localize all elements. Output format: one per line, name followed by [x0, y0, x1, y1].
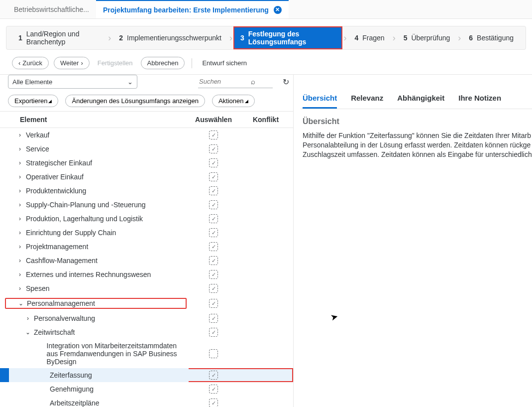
tree-label: Spesen	[26, 284, 49, 292]
chevron-down-icon: ⌄	[127, 78, 133, 86]
chevron-right-icon[interactable]: ›	[17, 257, 23, 264]
save-draft-button[interactable]: Entwurf sichern	[199, 57, 250, 69]
tree-label: Zeitwirtschaft	[34, 328, 75, 336]
chevron-right-icon[interactable]: ›	[17, 201, 23, 208]
tab-label: Projektumfang bearbeiten: Erste Implemen…	[103, 6, 269, 14]
close-icon[interactable]: ✕	[274, 6, 282, 14]
select-checkbox[interactable]	[209, 270, 218, 279]
tree-row[interactable]: ›Produktentwicklung	[0, 184, 293, 198]
scope-tree-table: Element Auswählen Konflikt ›Verkauf›Serv…	[0, 111, 293, 407]
wizard-step-5[interactable]: 5Überprüfung	[397, 26, 457, 49]
chevron-right-icon: ›	[107, 33, 112, 43]
detail-tab[interactable]: Übersicht	[303, 90, 337, 109]
search-icon[interactable]: ⌕	[251, 77, 255, 86]
select-checkbox[interactable]	[209, 228, 218, 237]
tree-row[interactable]: ›Produktion, Lagerhaltung und Logistik	[0, 212, 293, 226]
select-checkbox[interactable]	[209, 131, 218, 139]
tree-row[interactable]: Arbeitszeitpläne	[0, 396, 293, 407]
tree-label: Genehmigung	[50, 385, 94, 393]
search-input[interactable]	[198, 77, 248, 86]
tree-row[interactable]: ›Verkauf	[0, 128, 293, 142]
cancel-button[interactable]: Abbrechen	[141, 57, 185, 69]
chevron-right-icon[interactable]: ›	[17, 132, 23, 138]
tree-label: Supply-Chain-Planung und -Steuerung	[26, 201, 146, 209]
wizard-step-6[interactable]: 6Bestätigung	[462, 26, 521, 49]
select-checkbox[interactable]	[209, 242, 218, 251]
dropdown-indicator-icon: ◢	[48, 99, 52, 104]
tab-business[interactable]: Betriebswirtschaftliche...	[7, 0, 96, 18]
detail-tab[interactable]: Ihre Notizen	[458, 90, 501, 109]
select-checkbox[interactable]	[209, 144, 218, 153]
detail-tab[interactable]: Abhängigkeit	[397, 90, 444, 109]
select-checkbox[interactable]	[209, 314, 218, 323]
select-checkbox[interactable]	[209, 328, 218, 337]
detail-pane: ÜbersichtRelevanzAbhängigkeitIhre Notize…	[294, 75, 532, 407]
tree-row[interactable]: ›Supply-Chain-Planung und -Steuerung	[0, 198, 293, 212]
chevron-left-icon: ‹	[18, 59, 20, 67]
toolbar: ‹ Zurück Weiter › Fertigstellen Abbreche…	[0, 50, 532, 74]
tab-project-scope[interactable]: Projektumfang bearbeiten: Erste Implemen…	[96, 0, 289, 18]
tree-label: Operativer Einkauf	[26, 173, 84, 181]
select-checkbox[interactable]	[209, 284, 218, 293]
export-button[interactable]: Exportieren◢	[8, 95, 58, 107]
tree-row[interactable]: ›Cashflow-Management	[0, 254, 293, 268]
select-checkbox[interactable]	[209, 299, 218, 308]
select-checkbox[interactable]	[209, 158, 218, 167]
tree-label: Personalmanagement	[27, 299, 95, 307]
tree-row[interactable]: ›Personalverwaltung	[0, 311, 293, 325]
select-checkbox[interactable]	[209, 200, 218, 209]
wizard-step-2[interactable]: 2Implementierungsschwerpunkt	[112, 26, 228, 49]
tree-row[interactable]: ›Strategischer Einkauf	[0, 156, 293, 170]
next-button[interactable]: Weiter ›	[54, 57, 90, 69]
select-checkbox[interactable]	[209, 349, 218, 358]
chevron-right-icon[interactable]: ›	[17, 243, 23, 250]
left-pane: Alle Elemente ⌄ ⌕ ↻ Exportieren◢ Änderun…	[0, 75, 294, 407]
select-checkbox[interactable]	[209, 371, 218, 380]
tree-row[interactable]: ⌄Zeitwirtschaft	[0, 325, 293, 339]
select-checkbox[interactable]	[209, 186, 218, 195]
actions-button[interactable]: Aktionen◢	[212, 95, 255, 107]
chevron-right-icon[interactable]: ›	[17, 229, 23, 236]
tree-row[interactable]: Zeiterfassung	[0, 368, 293, 382]
chevron-right-icon: ›	[342, 33, 347, 43]
detail-description: Mithilfe der Funktion "Zeiterfassung" kö…	[301, 131, 532, 159]
chevron-right-icon: ›	[81, 59, 83, 67]
select-checkbox[interactable]	[209, 214, 218, 223]
wizard-step-3[interactable]: 3Festlegung des Lösungsumfangs	[233, 26, 343, 49]
detail-section-title: Übersicht	[303, 117, 532, 126]
tree-row[interactable]: ›Projektmanagement	[0, 240, 293, 254]
select-checkbox[interactable]	[209, 385, 218, 394]
chevron-right-icon[interactable]: ›	[17, 159, 23, 166]
tree-row[interactable]: ⌄Personalmanagement	[0, 295, 293, 311]
tree-row[interactable]: ›Einrichtung der Supply Chain	[0, 226, 293, 240]
tree-label: Projektmanagement	[26, 243, 88, 251]
wizard-step-4[interactable]: 4Fragen	[347, 26, 391, 49]
tree-row[interactable]: Genehmigung	[0, 382, 293, 396]
detail-tab[interactable]: Relevanz	[351, 90, 383, 109]
select-checkbox[interactable]	[209, 399, 218, 407]
tree-row[interactable]: Integration von Mitarbeiterzeitstammdate…	[0, 339, 293, 368]
select-checkbox[interactable]	[209, 172, 218, 181]
back-button[interactable]: ‹ Zurück	[12, 57, 49, 69]
chevron-down-icon[interactable]: ⌄	[25, 329, 31, 336]
chevron-right-icon: ›	[457, 33, 462, 43]
chevron-right-icon[interactable]: ›	[17, 173, 23, 180]
show-scope-changes-button[interactable]: Änderungen des Lösungsumfangs anzeigen	[65, 95, 205, 107]
tree-row[interactable]: ›Externes und internes Rechnungswesen	[0, 268, 293, 281]
select-checkbox[interactable]	[209, 256, 218, 265]
elements-filter-dropdown[interactable]: Alle Elemente ⌄	[8, 75, 137, 89]
chevron-right-icon[interactable]: ›	[17, 187, 23, 194]
tree-body: ›Verkauf›Service›Strategischer Einkauf›O…	[0, 128, 293, 407]
chevron-right-icon[interactable]: ›	[17, 215, 23, 222]
tree-row[interactable]: ›Operativer Einkauf	[0, 170, 293, 184]
chevron-down-icon[interactable]: ⌄	[18, 300, 24, 307]
refresh-icon[interactable]: ↻	[283, 77, 289, 87]
tree-row[interactable]: ›Service	[0, 142, 293, 156]
chevron-right-icon[interactable]: ›	[17, 271, 23, 278]
chevron-right-icon[interactable]: ›	[17, 145, 23, 152]
chevron-right-icon[interactable]: ›	[25, 315, 31, 322]
search-box: ⌕	[198, 75, 273, 88]
chevron-right-icon[interactable]: ›	[17, 285, 23, 292]
tree-row[interactable]: ›Spesen	[0, 281, 293, 295]
wizard-step-1[interactable]: 1Land/Region und Branchentyp	[11, 26, 107, 49]
